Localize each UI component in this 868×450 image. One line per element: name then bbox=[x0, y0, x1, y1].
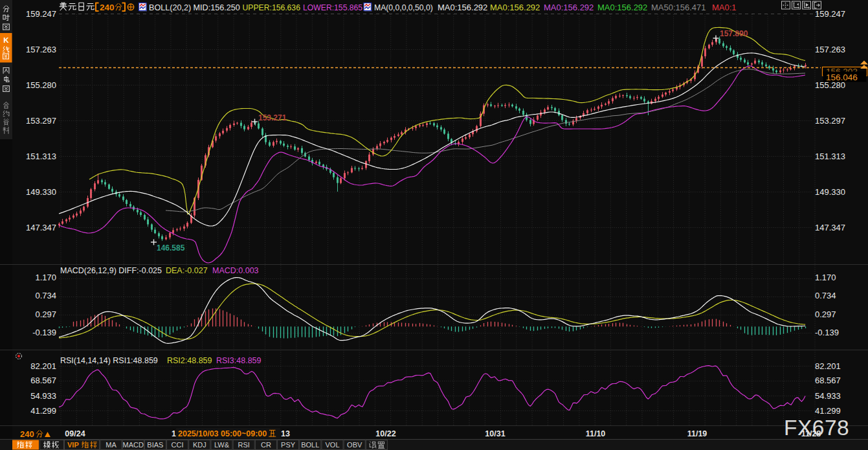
svg-text:1: 1 bbox=[172, 429, 176, 438]
svg-text:149.330: 149.330 bbox=[26, 187, 56, 197]
svg-text:157.890: 157.890 bbox=[720, 29, 748, 38]
svg-text:MACD:0.003: MACD:0.003 bbox=[212, 266, 259, 275]
svg-text:-0.139: -0.139 bbox=[815, 328, 839, 337]
svg-text:MA0:156.292: MA0:156.292 bbox=[438, 3, 487, 12]
svg-text:MA0:156.292: MA0:156.292 bbox=[490, 3, 540, 12]
svg-text:BIAS: BIAS bbox=[147, 441, 163, 449]
svg-text:DEA:-0.027: DEA:-0.027 bbox=[166, 266, 208, 275]
svg-text:RSI2:48.859: RSI2:48.859 bbox=[167, 356, 212, 365]
svg-text:2025/10/03 05:00~09:00: 2025/10/03 05:00~09:00 bbox=[178, 429, 267, 438]
svg-text:149.330: 149.330 bbox=[815, 187, 845, 197]
svg-text:151.313: 151.313 bbox=[815, 152, 845, 161]
svg-text:153.271: 153.271 bbox=[258, 113, 287, 122]
svg-text:155.280: 155.280 bbox=[815, 80, 845, 90]
svg-text:0.297: 0.297 bbox=[35, 309, 56, 319]
svg-text:MA0:156.292: MA0:156.292 bbox=[544, 3, 594, 12]
svg-text:155.280: 155.280 bbox=[26, 80, 56, 90]
svg-text:159.247: 159.247 bbox=[815, 9, 845, 19]
svg-text:RSI3:48.859: RSI3:48.859 bbox=[216, 356, 262, 365]
svg-text:K: K bbox=[3, 36, 9, 44]
svg-text:BOLL(20,2) MID:156.250: BOLL(20,2) MID:156.250 bbox=[149, 3, 240, 12]
svg-text:CCI: CCI bbox=[172, 441, 184, 449]
svg-text:KDJ: KDJ bbox=[193, 441, 206, 449]
svg-text:VIP: VIP bbox=[67, 441, 79, 449]
svg-text:MA(0,0,0,0,50,0): MA(0,0,0,0,50,0) bbox=[374, 3, 433, 12]
svg-text:-0.139: -0.139 bbox=[32, 328, 56, 337]
svg-text:MA50:156.471: MA50:156.471 bbox=[651, 3, 706, 12]
svg-text:159.247: 159.247 bbox=[26, 9, 56, 19]
svg-text:1.170: 1.170 bbox=[35, 273, 56, 282]
svg-text:41.299: 41.299 bbox=[815, 406, 841, 416]
svg-text:147.347: 147.347 bbox=[815, 223, 845, 232]
svg-text:11/10: 11/10 bbox=[586, 429, 606, 438]
svg-text:240: 240 bbox=[100, 3, 115, 12]
svg-text:10/31: 10/31 bbox=[485, 429, 505, 438]
svg-text:68.567: 68.567 bbox=[815, 376, 841, 385]
svg-text:CR: CR bbox=[261, 441, 271, 449]
svg-text:153.297: 153.297 bbox=[815, 116, 845, 126]
svg-text:41.299: 41.299 bbox=[30, 406, 56, 416]
svg-text:11/19: 11/19 bbox=[687, 429, 707, 438]
svg-text:VOL: VOL bbox=[325, 441, 339, 449]
svg-text:MACD(26,12,9) DIFF:-0.025: MACD(26,12,9) DIFF:-0.025 bbox=[60, 266, 162, 275]
svg-text:PSY: PSY bbox=[281, 441, 296, 449]
svg-text:09/24: 09/24 bbox=[65, 429, 85, 438]
svg-text:MA: MA bbox=[106, 441, 117, 449]
svg-text:54.933: 54.933 bbox=[815, 391, 841, 401]
svg-text:68.567: 68.567 bbox=[30, 376, 56, 385]
svg-text:0.734: 0.734 bbox=[35, 291, 56, 300]
svg-text:54.933: 54.933 bbox=[30, 391, 56, 401]
svg-text:240: 240 bbox=[20, 429, 34, 439]
svg-text:MA0:1: MA0:1 bbox=[712, 3, 737, 12]
svg-text:BOLL: BOLL bbox=[301, 441, 319, 449]
svg-text:82.201: 82.201 bbox=[30, 361, 56, 371]
svg-text:0.734: 0.734 bbox=[815, 291, 836, 300]
svg-text:11/28: 11/28 bbox=[801, 429, 821, 438]
svg-text:0.297: 0.297 bbox=[815, 309, 836, 319]
svg-text:RSI: RSI bbox=[238, 441, 250, 449]
svg-text:151.313: 151.313 bbox=[26, 152, 56, 161]
svg-text:OBV: OBV bbox=[347, 441, 362, 449]
svg-text:157.263: 157.263 bbox=[815, 45, 845, 54]
svg-text:157.263: 157.263 bbox=[26, 45, 56, 54]
svg-text:10/22: 10/22 bbox=[375, 429, 395, 438]
svg-text:MACD: MACD bbox=[123, 441, 144, 449]
svg-text:147.347: 147.347 bbox=[26, 223, 56, 232]
svg-text:13: 13 bbox=[281, 429, 290, 438]
svg-text:82.201: 82.201 bbox=[815, 361, 841, 371]
svg-text:146.585: 146.585 bbox=[157, 243, 185, 253]
svg-text:UPPER:156.636: UPPER:156.636 bbox=[243, 3, 301, 12]
svg-text:MA0:156.292: MA0:156.292 bbox=[597, 3, 647, 12]
svg-text:1.170: 1.170 bbox=[815, 273, 836, 282]
svg-text:LW&: LW& bbox=[214, 441, 230, 449]
svg-text:153.297: 153.297 bbox=[26, 116, 56, 126]
svg-text:LOWER:155.865: LOWER:155.865 bbox=[303, 3, 362, 12]
svg-text:RSI(14,14,14) RSI1:48.859: RSI(14,14,14) RSI1:48.859 bbox=[60, 356, 158, 365]
